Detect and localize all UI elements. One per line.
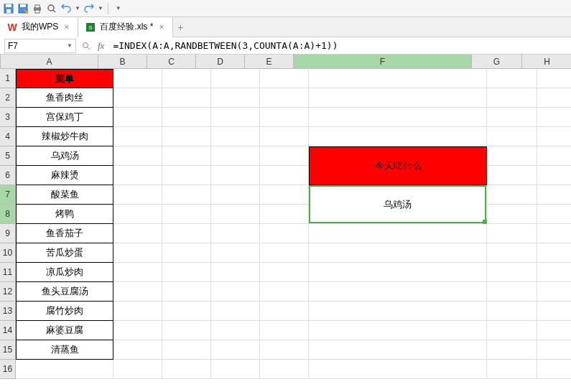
cell-E3[interactable] bbox=[260, 108, 309, 127]
cell-B6[interactable] bbox=[113, 166, 162, 185]
column-header-D[interactable]: D bbox=[196, 55, 245, 69]
undo-icon[interactable] bbox=[60, 3, 72, 14]
menu-item-cell[interactable]: 乌鸡汤 bbox=[16, 146, 113, 166]
menu-item-cell[interactable]: 清蒸鱼 bbox=[16, 340, 113, 360]
undo-dropdown[interactable]: ▼ bbox=[75, 5, 80, 11]
cell-B3[interactable] bbox=[113, 108, 162, 127]
cell-D15[interactable] bbox=[211, 340, 260, 360]
menu-item-cell[interactable]: 鱼头豆腐汤 bbox=[16, 282, 113, 302]
cell-H7[interactable] bbox=[537, 185, 571, 205]
row-header-13[interactable]: 13 bbox=[0, 302, 16, 321]
cell-G11[interactable] bbox=[487, 263, 537, 282]
cell-B14[interactable] bbox=[113, 321, 162, 340]
cell-C7[interactable] bbox=[162, 185, 211, 205]
cell-F11[interactable] bbox=[309, 263, 487, 282]
result-cell[interactable]: 乌鸡汤 bbox=[309, 185, 487, 224]
cell-G5[interactable] bbox=[487, 146, 537, 166]
cell-D2[interactable] bbox=[211, 88, 260, 108]
cell-C8[interactable] bbox=[162, 205, 211, 224]
cell-E6[interactable] bbox=[260, 166, 309, 185]
cell-H9[interactable] bbox=[537, 224, 571, 243]
column-header-B[interactable]: B bbox=[98, 55, 147, 69]
cell-F1[interactable] bbox=[309, 69, 487, 88]
cell-C10[interactable] bbox=[162, 243, 211, 263]
cell-H5[interactable] bbox=[537, 146, 571, 166]
cell-D6[interactable] bbox=[211, 166, 260, 185]
cell-H16[interactable] bbox=[537, 360, 571, 379]
close-icon[interactable]: × bbox=[157, 22, 165, 32]
cell-E13[interactable] bbox=[260, 302, 309, 321]
cell-H14[interactable] bbox=[537, 321, 571, 340]
cell-C16[interactable] bbox=[162, 360, 211, 379]
preview-icon[interactable] bbox=[46, 3, 57, 14]
cell-B1[interactable] bbox=[113, 69, 162, 88]
tab-document[interactable]: S 百度经验.xls * × bbox=[78, 17, 173, 37]
row-header-15[interactable]: 15 bbox=[0, 340, 16, 360]
cell-E12[interactable] bbox=[260, 282, 309, 302]
cell-C15[interactable] bbox=[162, 340, 211, 360]
column-header-H[interactable]: H bbox=[522, 55, 571, 69]
cell-C4[interactable] bbox=[162, 127, 211, 146]
cell-G1[interactable] bbox=[487, 69, 537, 88]
cell-B4[interactable] bbox=[113, 127, 162, 146]
cell-G4[interactable] bbox=[487, 127, 537, 146]
cell-H15[interactable] bbox=[537, 340, 571, 360]
row-header-3[interactable]: 3 bbox=[0, 108, 16, 127]
row-header-2[interactable]: 2 bbox=[0, 88, 16, 108]
cell-D4[interactable] bbox=[211, 127, 260, 146]
cell-E16[interactable] bbox=[260, 360, 309, 379]
cell-H13[interactable] bbox=[537, 302, 571, 321]
cell-E1[interactable] bbox=[260, 69, 309, 88]
menu-item-cell[interactable]: 宫保鸡丁 bbox=[16, 108, 113, 127]
row-header-6[interactable]: 6 bbox=[0, 166, 16, 185]
cell-G16[interactable] bbox=[487, 360, 537, 379]
cell-C2[interactable] bbox=[162, 88, 211, 108]
cell-G8[interactable] bbox=[487, 205, 537, 224]
row-header-1[interactable]: 1 bbox=[0, 69, 16, 88]
tab-wps-home[interactable]: W 我的WPS × bbox=[0, 17, 78, 37]
cell-G7[interactable] bbox=[487, 185, 537, 205]
cell-G3[interactable] bbox=[487, 108, 537, 127]
row-header-7[interactable]: 7 bbox=[0, 185, 16, 205]
cell-C5[interactable] bbox=[162, 146, 211, 166]
menu-item-cell[interactable]: 鱼香茄子 bbox=[16, 224, 113, 243]
cell-F14[interactable] bbox=[309, 321, 487, 340]
row-header-16[interactable]: 16 bbox=[0, 360, 16, 379]
redo-icon[interactable] bbox=[83, 3, 95, 14]
add-tab-button[interactable]: + bbox=[173, 22, 187, 33]
cell-E8[interactable] bbox=[260, 205, 309, 224]
menu-item-cell[interactable]: 凉瓜炒肉 bbox=[16, 263, 113, 282]
menu-item-cell[interactable]: 苦瓜炒蛋 bbox=[16, 243, 113, 263]
cell-C3[interactable] bbox=[162, 108, 211, 127]
cell-F12[interactable] bbox=[309, 282, 487, 302]
menu-item-cell[interactable]: 酸菜鱼 bbox=[16, 185, 113, 205]
chevron-down-icon[interactable]: ▼ bbox=[67, 42, 73, 49]
cell-H4[interactable] bbox=[537, 127, 571, 146]
cell-E7[interactable] bbox=[260, 185, 309, 205]
row-header-14[interactable]: 14 bbox=[0, 321, 16, 340]
cell-D16[interactable] bbox=[211, 360, 260, 379]
cell-D12[interactable] bbox=[211, 282, 260, 302]
cell-B8[interactable] bbox=[113, 205, 162, 224]
cell-F3[interactable] bbox=[309, 108, 487, 127]
cell-D11[interactable] bbox=[211, 263, 260, 282]
menu-item-cell[interactable]: 麻辣烫 bbox=[16, 166, 113, 185]
fx-icon[interactable]: fx bbox=[98, 40, 104, 52]
cell-H1[interactable] bbox=[537, 69, 571, 88]
cell-A16[interactable] bbox=[16, 360, 113, 379]
column-header-F[interactable]: F bbox=[294, 55, 472, 69]
cell-D13[interactable] bbox=[211, 302, 260, 321]
print-icon[interactable] bbox=[32, 3, 43, 14]
cell-D3[interactable] bbox=[211, 108, 260, 127]
cell-G10[interactable] bbox=[487, 243, 537, 263]
cell-D7[interactable] bbox=[211, 185, 260, 205]
cell-F16[interactable] bbox=[309, 360, 487, 379]
cell-C14[interactable] bbox=[162, 321, 211, 340]
save-icon[interactable] bbox=[3, 3, 14, 14]
row-header-5[interactable]: 5 bbox=[0, 146, 16, 166]
cell-C11[interactable] bbox=[162, 263, 211, 282]
menu-item-cell[interactable]: 麻婆豆腐 bbox=[16, 321, 113, 340]
cell-D9[interactable] bbox=[211, 224, 260, 243]
cell-D8[interactable] bbox=[211, 205, 260, 224]
cell-H2[interactable] bbox=[537, 88, 571, 108]
